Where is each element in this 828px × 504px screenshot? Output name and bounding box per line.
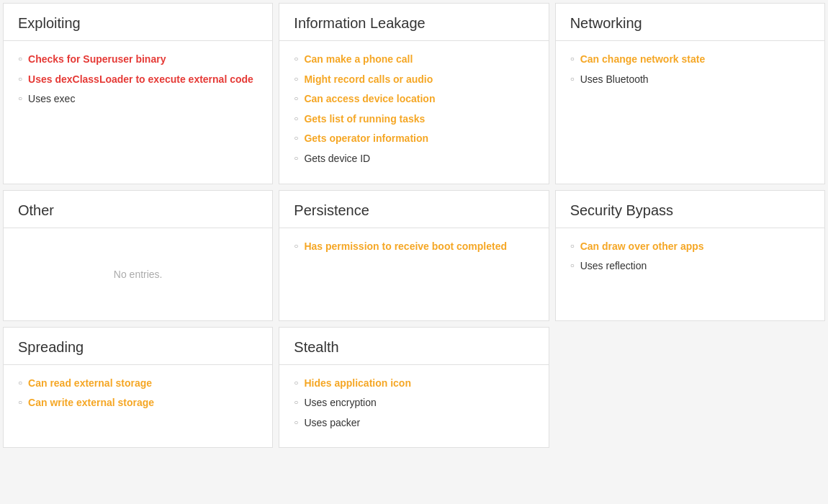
card-body-other: No entries.	[4, 228, 272, 320]
list-item-text: Gets list of running tasks	[304, 112, 425, 127]
list-networking: Can change network stateUses Bluetooth	[570, 53, 810, 86]
list-item: Uses exec	[18, 92, 258, 107]
list-item-text: Hides application icon	[304, 377, 411, 391]
main-grid: ExploitingChecks for Superuser binaryUse…	[0, 0, 828, 451]
card-title-networking: Networking	[570, 15, 810, 32]
card-header-stealth: Stealth	[279, 328, 548, 365]
list-item: Gets operator information	[294, 132, 534, 146]
list-item: Checks for Superuser binary	[18, 53, 258, 67]
list-item-text: Can draw over other apps	[580, 240, 704, 254]
list-item-text: Gets operator information	[304, 132, 428, 146]
card-header-information-leakage: Information Leakage	[279, 4, 548, 41]
list-item: Can write external storage	[18, 396, 258, 410]
list-item-text: Uses Bluetooth	[580, 73, 649, 87]
card-body-exploiting: Checks for Superuser binaryUses dexClass…	[4, 41, 272, 124]
list-item: Uses dexClassLoader to execute external …	[18, 73, 258, 87]
list-item-text: Might record calls or audio	[304, 73, 433, 87]
list-item-text: Has permission to receive boot completed	[304, 240, 507, 254]
list-item-text: Checks for Superuser binary	[28, 53, 166, 67]
card-title-security-bypass: Security Bypass	[570, 202, 810, 219]
card-body-information-leakage: Can make a phone callMight record calls …	[279, 41, 548, 184]
list-item-text: Can read external storage	[28, 377, 152, 391]
list-item: Uses encryption	[294, 396, 534, 410]
list-security-bypass: Can draw over other appsUses reflection	[570, 240, 810, 274]
list-item-text: Can access device location	[304, 92, 435, 107]
card-header-persistence: Persistence	[279, 191, 548, 228]
list-item: Gets device ID	[294, 152, 534, 166]
card-persistence: PersistenceHas permission to receive boo…	[279, 190, 549, 321]
list-item: Gets list of running tasks	[294, 112, 534, 127]
list-item: Hides application icon	[294, 377, 534, 391]
list-stealth: Hides application iconUses encryptionUse…	[294, 377, 534, 431]
card-header-exploiting: Exploiting	[4, 4, 272, 41]
card-stealth: StealthHides application iconUses encryp…	[279, 327, 549, 449]
list-item-text: Uses dexClassLoader to execute external …	[28, 73, 253, 87]
list-persistence: Has permission to receive boot completed	[294, 240, 534, 254]
card-title-exploiting: Exploiting	[18, 15, 258, 32]
card-other: OtherNo entries.	[3, 190, 273, 321]
list-item-text: Can write external storage	[28, 396, 154, 410]
list-item: Uses reflection	[570, 259, 810, 274]
list-item-text: Uses exec	[28, 92, 75, 107]
list-information-leakage: Can make a phone callMight record calls …	[294, 53, 534, 166]
card-networking: NetworkingCan change network stateUses B…	[555, 3, 825, 184]
card-header-spreading: Spreading	[4, 328, 272, 365]
list-spreading: Can read external storageCan write exter…	[18, 377, 258, 410]
card-title-persistence: Persistence	[294, 202, 534, 219]
list-item: Can read external storage	[18, 377, 258, 391]
card-body-persistence: Has permission to receive boot completed	[279, 228, 548, 271]
card-body-spreading: Can read external storageCan write exter…	[4, 365, 272, 428]
card-title-other: Other	[18, 202, 258, 219]
list-item-text: Uses encryption	[304, 396, 376, 410]
list-item: Might record calls or audio	[294, 73, 534, 87]
list-item: Uses Bluetooth	[570, 73, 810, 87]
list-exploiting: Checks for Superuser binaryUses dexClass…	[18, 53, 258, 107]
list-item-text: Can make a phone call	[304, 53, 413, 67]
list-item-text: Gets device ID	[304, 152, 370, 166]
card-header-networking: Networking	[556, 4, 824, 41]
card-body-stealth: Hides application iconUses encryptionUse…	[279, 365, 548, 448]
list-item: Can make a phone call	[294, 53, 534, 67]
list-item: Uses packer	[294, 416, 534, 431]
card-title-spreading: Spreading	[18, 339, 258, 356]
list-item: Can change network state	[570, 53, 810, 67]
list-item-text: Can change network state	[580, 53, 706, 67]
card-header-security-bypass: Security Bypass	[556, 191, 824, 228]
empty-placeholder	[552, 324, 828, 451]
card-header-other: Other	[4, 191, 272, 228]
list-item: Can access device location	[294, 92, 534, 107]
card-body-networking: Can change network stateUses Bluetooth	[556, 41, 824, 104]
card-information-leakage: Information LeakageCan make a phone call…	[279, 3, 549, 184]
list-item-text: Uses packer	[304, 416, 360, 431]
card-security-bypass: Security BypassCan draw over other appsU…	[555, 190, 825, 321]
card-spreading: SpreadingCan read external storageCan wr…	[3, 327, 273, 449]
list-item-text: Uses reflection	[580, 259, 647, 274]
list-item: Can draw over other apps	[570, 240, 810, 254]
card-exploiting: ExploitingChecks for Superuser binaryUse…	[3, 3, 273, 184]
list-item: Has permission to receive boot completed	[294, 240, 534, 254]
card-title-stealth: Stealth	[294, 339, 534, 356]
no-entries-label: No entries.	[18, 240, 258, 309]
card-title-information-leakage: Information Leakage	[294, 15, 534, 32]
card-body-security-bypass: Can draw over other appsUses reflection	[556, 228, 824, 291]
